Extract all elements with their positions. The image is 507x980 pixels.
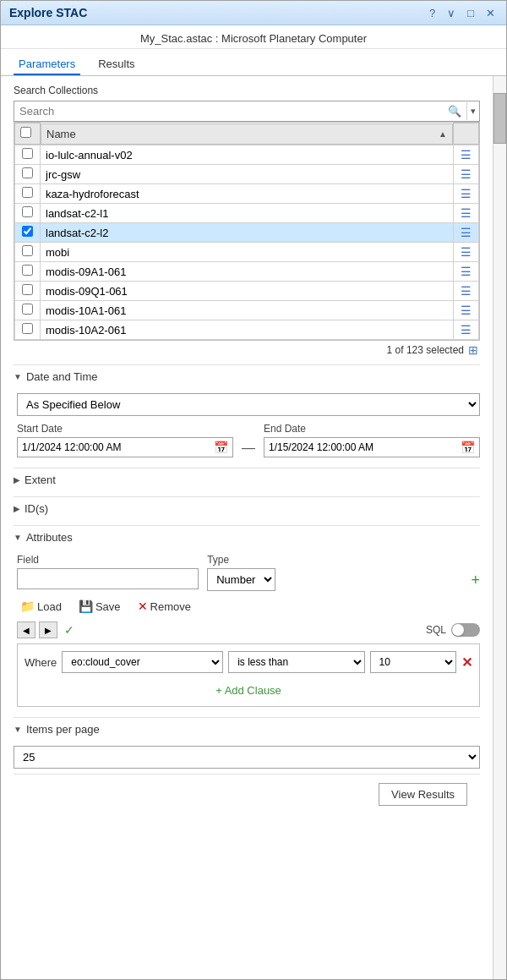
where-operator-select[interactable]: is less than bbox=[228, 651, 364, 673]
collections-scroll[interactable]: io-lulc-annual-v02 ☰ jrc-gsw ☰ kaza-hydr… bbox=[14, 145, 479, 340]
load-btn[interactable]: 📁 Load bbox=[17, 598, 65, 615]
start-date-input[interactable] bbox=[18, 438, 210, 457]
scroll-thumb[interactable] bbox=[493, 93, 506, 144]
row-icon[interactable]: ☰ bbox=[454, 165, 479, 184]
row-icon[interactable]: ☰ bbox=[454, 184, 479, 204]
tabs-bar: Parameters Results bbox=[1, 49, 506, 76]
add-clause-btn[interactable]: + Add Clause bbox=[25, 680, 472, 701]
remove-label: Remove bbox=[150, 600, 191, 613]
titlebar: Explore STAC ? ∨ □ ✕ bbox=[1, 1, 506, 25]
remove-btn[interactable]: ✕ Remove bbox=[134, 598, 194, 615]
ids-label: ID(s) bbox=[25, 502, 48, 515]
row-name: landsat-c2-l1 bbox=[41, 204, 454, 223]
where-remove-btn[interactable]: ✕ bbox=[461, 654, 472, 671]
field-input[interactable] bbox=[17, 568, 199, 589]
end-cal-icon[interactable]: 📅 bbox=[456, 438, 479, 457]
extent-label: Extent bbox=[25, 474, 56, 486]
row-icon[interactable]: ☰ bbox=[454, 145, 479, 165]
filter-check-btn[interactable]: ✓ bbox=[64, 623, 74, 637]
items-per-page-select[interactable]: 10 25 50 100 bbox=[14, 746, 480, 769]
type-select[interactable]: Number String Date bbox=[207, 568, 275, 591]
items-per-page-header[interactable]: ▼ Items per page bbox=[14, 717, 480, 741]
help-btn[interactable]: ? bbox=[427, 7, 438, 19]
bottom-bar: View Results bbox=[14, 774, 480, 814]
ids-header[interactable]: ▶ ID(s) bbox=[14, 496, 480, 520]
row-name: landsat-c2-l2 bbox=[41, 223, 454, 243]
maximize-btn[interactable]: □ bbox=[465, 7, 477, 19]
where-value-select[interactable]: 10 bbox=[370, 651, 456, 673]
attributes-label: Attributes bbox=[26, 531, 73, 544]
row-name: modis-09A1-061 bbox=[41, 262, 454, 282]
date-time-header[interactable]: ▼ Date and Time bbox=[14, 364, 480, 388]
row-icon[interactable]: ☰ bbox=[454, 320, 479, 340]
row-icon[interactable]: ☰ bbox=[454, 282, 479, 301]
where-row: Where eo:cloud_cover is less than 10 ✕ bbox=[25, 651, 472, 673]
where-field-select[interactable]: eo:cloud_cover bbox=[62, 651, 223, 673]
right-scrollbar[interactable] bbox=[493, 76, 506, 979]
start-cal-icon[interactable]: 📅 bbox=[210, 438, 232, 457]
view-results-btn[interactable]: View Results bbox=[379, 783, 467, 806]
row-name: jrc-gsw bbox=[41, 165, 454, 184]
search-icon[interactable]: 🔍 bbox=[443, 101, 466, 121]
table-icon-small: ⊞ bbox=[468, 343, 478, 357]
row-icon[interactable]: ☰ bbox=[454, 262, 479, 282]
date-mode-select[interactable]: As Specified Below Any Date Today This W… bbox=[17, 393, 480, 416]
row-icon[interactable]: ☰ bbox=[454, 204, 479, 223]
table-row: kaza-hydroforecast ☰ bbox=[15, 184, 479, 204]
field-type-row: Field Type Number String Date + bbox=[17, 554, 480, 591]
window-title: Explore STAC bbox=[9, 6, 87, 19]
table-row: modis-10A1-061 ☰ bbox=[15, 301, 479, 320]
close-btn[interactable]: ✕ bbox=[483, 7, 498, 19]
table-row: modis-10A2-061 ☰ bbox=[15, 320, 479, 340]
col-checkbox bbox=[15, 123, 41, 145]
row-checkbox[interactable] bbox=[22, 167, 33, 178]
row-checkbox[interactable] bbox=[22, 304, 33, 315]
date-separator: — bbox=[242, 441, 255, 456]
type-group: Type Number String Date + bbox=[207, 554, 480, 591]
field-label: Field bbox=[17, 554, 199, 566]
save-btn[interactable]: 💾 Save bbox=[75, 598, 124, 615]
date-time-chevron: ▼ bbox=[14, 372, 22, 381]
row-name: mobi bbox=[41, 243, 454, 262]
end-date-label: End Date bbox=[264, 423, 480, 435]
tab-parameters[interactable]: Parameters bbox=[14, 54, 80, 75]
row-checkbox[interactable] bbox=[22, 206, 33, 217]
main-content: Search Collections 🔍 ▾ Name▲ bbox=[1, 76, 493, 979]
row-checkbox[interactable] bbox=[22, 245, 33, 256]
row-checkbox[interactable] bbox=[22, 148, 33, 159]
table-row: landsat-c2-l1 ☰ bbox=[15, 204, 479, 223]
where-label: Where bbox=[25, 656, 57, 669]
select-all-checkbox[interactable] bbox=[20, 127, 31, 138]
dropdown-btn[interactable]: ∨ bbox=[444, 7, 458, 19]
attributes-header[interactable]: ▼ Attributes bbox=[14, 525, 480, 549]
sql-toggle-row: SQL bbox=[426, 623, 480, 637]
extent-header[interactable]: ▶ Extent bbox=[14, 468, 480, 491]
end-date-input[interactable] bbox=[264, 438, 456, 457]
row-checkbox[interactable] bbox=[22, 265, 33, 276]
items-per-page-body: 10 25 50 100 bbox=[14, 741, 480, 774]
collections-rows: io-lulc-annual-v02 ☰ jrc-gsw ☰ kaza-hydr… bbox=[14, 145, 479, 340]
start-date-group: Start Date 📅 bbox=[17, 423, 233, 457]
nav-prev-btn[interactable]: ◀ bbox=[17, 621, 35, 638]
sql-toggle-track[interactable] bbox=[451, 623, 480, 637]
row-icon[interactable]: ☰ bbox=[454, 301, 479, 320]
row-icon[interactable]: ☰ bbox=[454, 243, 479, 262]
nav-next-btn[interactable]: ▶ bbox=[39, 621, 57, 638]
filter-nav: ◀ ▶ ✓ bbox=[17, 621, 74, 638]
load-icon: 📁 bbox=[20, 599, 35, 613]
row-checkbox[interactable] bbox=[22, 323, 33, 334]
date-time-body: As Specified Below Any Date Today This W… bbox=[14, 388, 480, 463]
search-input[interactable] bbox=[14, 101, 443, 121]
row-icon[interactable]: ☰ bbox=[454, 223, 479, 243]
table-row: mobi ☰ bbox=[15, 243, 479, 262]
collections-table: Name▲ bbox=[14, 123, 479, 145]
tab-results[interactable]: Results bbox=[93, 54, 139, 75]
col-name: Name▲ bbox=[41, 123, 453, 145]
row-checkbox[interactable] bbox=[22, 226, 33, 237]
row-checkbox[interactable] bbox=[22, 187, 33, 198]
subtitle: My_Stac.astac : Microsoft Planetary Comp… bbox=[1, 25, 506, 49]
save-icon: 💾 bbox=[79, 599, 93, 613]
search-dropdown-icon[interactable]: ▾ bbox=[466, 102, 479, 120]
row-checkbox[interactable] bbox=[22, 284, 33, 295]
add-attribute-btn[interactable]: + bbox=[471, 572, 480, 591]
